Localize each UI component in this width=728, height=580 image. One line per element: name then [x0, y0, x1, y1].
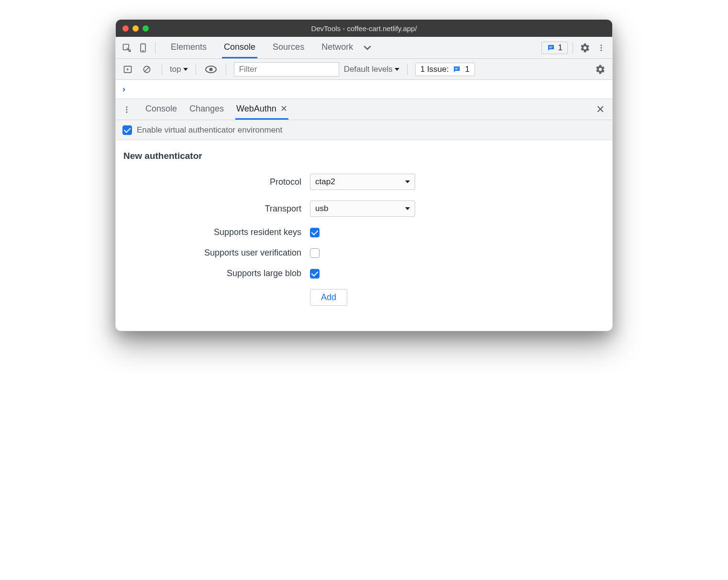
tab-network[interactable]: Network — [320, 37, 355, 58]
titlebar: DevTools - coffee-cart.netlify.app/ — [116, 20, 612, 37]
console-toolbar: top Default levels 1 Issue: 1 — [116, 59, 612, 80]
svg-rect-15 — [455, 69, 458, 69]
svg-point-6 — [601, 47, 602, 48]
minimize-window-button[interactable] — [132, 25, 139, 32]
add-authenticator-button[interactable]: Add — [310, 289, 347, 306]
svg-rect-3 — [549, 46, 553, 47]
window-title: DevTools - coffee-cart.netlify.app/ — [116, 24, 612, 33]
enable-virtual-authenticator-row: Enable virtual authenticator environment — [116, 120, 612, 140]
tab-elements[interactable]: Elements — [169, 37, 209, 58]
drawer-close-icon[interactable]: ✕ — [592, 103, 608, 116]
close-tab-icon[interactable]: ✕ — [280, 103, 287, 114]
log-levels-label: Default levels — [344, 65, 393, 74]
transport-label: Transport — [123, 204, 310, 214]
divider — [162, 64, 162, 75]
settings-icon[interactable] — [578, 41, 592, 55]
svg-point-5 — [601, 45, 602, 46]
drawer-tab-changes[interactable]: Changes — [188, 99, 225, 120]
issues-chip-count: 1 — [465, 65, 469, 74]
transport-row: Transport usb — [123, 201, 605, 217]
svg-line-11 — [145, 67, 149, 71]
console-prompt-icon: › — [122, 84, 125, 94]
user-verification-row: Supports user verification — [123, 248, 605, 258]
tab-console[interactable]: Console — [222, 37, 257, 58]
console-body[interactable]: › — [116, 80, 612, 99]
kebab-menu-icon[interactable] — [594, 41, 608, 55]
divider — [226, 64, 226, 75]
log-levels-selector[interactable]: Default levels — [344, 65, 399, 74]
main-tabs: Elements Console Sources Network — [169, 37, 355, 58]
protocol-select[interactable]: ctap2 — [310, 174, 415, 190]
add-button-row: Add — [123, 289, 605, 306]
chat-icon — [547, 44, 555, 52]
new-authenticator-heading: New authenticator — [123, 151, 605, 161]
drawer-tab-webauthn[interactable]: WebAuthn ✕ — [235, 99, 288, 120]
clear-console-icon[interactable] — [140, 62, 154, 77]
webauthn-panel: New authenticator Protocol ctap2 Transpo… — [116, 140, 612, 331]
divider — [573, 42, 573, 54]
issues-chip[interactable]: 1 Issue: 1 — [415, 63, 475, 76]
device-toggle-icon[interactable] — [136, 41, 150, 55]
caret-down-icon — [183, 68, 188, 71]
drawer-tabs: Console Changes WebAuthn ✕ ✕ — [116, 99, 612, 120]
resident-keys-label: Supports resident keys — [123, 227, 310, 237]
close-window-button[interactable] — [122, 25, 129, 32]
window-controls — [122, 25, 149, 32]
svg-rect-4 — [549, 47, 552, 48]
protocol-label: Protocol — [123, 177, 310, 187]
console-settings-icon[interactable] — [593, 62, 607, 77]
chat-icon — [452, 65, 461, 74]
drawer-more-icon[interactable] — [120, 105, 134, 114]
inspect-element-icon[interactable] — [120, 41, 134, 55]
svg-point-18 — [126, 111, 128, 112]
issues-badge[interactable]: 1 — [541, 42, 568, 54]
protocol-row: Protocol ctap2 — [123, 174, 605, 190]
more-tabs-button[interactable] — [363, 45, 372, 51]
devtools-window: DevTools - coffee-cart.netlify.app/ Elem… — [115, 19, 613, 331]
enable-virtual-authenticator-checkbox[interactable] — [122, 125, 132, 135]
issues-count: 1 — [558, 43, 563, 53]
user-verification-checkbox[interactable] — [310, 248, 320, 258]
svg-marker-9 — [127, 68, 129, 70]
divider — [407, 64, 408, 75]
live-expression-icon[interactable] — [204, 62, 218, 77]
filter-input[interactable] — [234, 62, 339, 77]
context-value: top — [170, 65, 181, 74]
caret-down-icon — [395, 68, 399, 71]
divider — [196, 64, 196, 75]
svg-rect-14 — [455, 68, 459, 68]
transport-value: usb — [315, 204, 328, 213]
drawer-tab-webauthn-label: WebAuthn — [236, 104, 276, 114]
svg-point-16 — [126, 106, 128, 108]
main-toolbar: Elements Console Sources Network 1 — [116, 37, 612, 59]
large-blob-row: Supports large blob — [123, 268, 605, 279]
svg-point-7 — [601, 49, 602, 51]
transport-select[interactable]: usb — [310, 201, 415, 217]
svg-point-13 — [209, 67, 212, 71]
resident-keys-checkbox[interactable] — [310, 228, 320, 237]
svg-point-17 — [126, 109, 128, 110]
issues-chip-text: 1 Issue: — [420, 65, 449, 74]
maximize-window-button[interactable] — [143, 25, 149, 32]
enable-virtual-authenticator-label: Enable virtual authenticator environment — [137, 125, 282, 135]
divider — [155, 42, 155, 54]
resident-keys-row: Supports resident keys — [123, 227, 605, 237]
caret-down-icon — [405, 180, 410, 183]
drawer-tab-console[interactable]: Console — [144, 99, 178, 120]
context-selector[interactable]: top — [170, 65, 188, 74]
tab-sources[interactable]: Sources — [271, 37, 306, 58]
large-blob-checkbox[interactable] — [310, 269, 320, 279]
toggle-sidebar-icon[interactable] — [121, 62, 135, 77]
user-verification-label: Supports user verification — [123, 248, 310, 258]
protocol-value: ctap2 — [315, 177, 335, 187]
large-blob-label: Supports large blob — [123, 268, 310, 279]
caret-down-icon — [405, 207, 410, 210]
